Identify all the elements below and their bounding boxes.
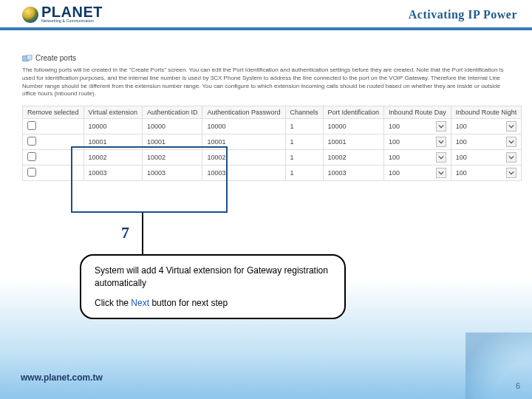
cell-night[interactable]: 100	[451, 166, 522, 181]
cell-authid: 10003	[142, 166, 202, 181]
ports-icon	[22, 55, 33, 62]
chevron-down-icon[interactable]	[436, 137, 446, 147]
col-remove: Remove selected	[23, 106, 84, 119]
section-title: Create ports	[35, 54, 76, 62]
col-night: Inbound Route Night	[451, 106, 522, 119]
brand-subtitle: Networking & Communication	[41, 18, 103, 23]
cell-authpw: 10002	[202, 150, 285, 166]
step-number: 7	[121, 223, 129, 242]
next-keyword: Next	[131, 298, 149, 308]
col-day: Inbound Route Day	[384, 106, 451, 119]
cell-night[interactable]: 100	[451, 134, 522, 150]
cell-day[interactable]: 100	[384, 134, 451, 150]
cell-authid: 10001	[142, 134, 202, 150]
cell-day[interactable]: 100	[384, 166, 451, 181]
cell-vext: 10000	[83, 119, 142, 134]
table-row: 100001000010000110000100100	[23, 119, 522, 134]
col-portid: Port Identification	[323, 106, 384, 119]
callout-line-1: System will add 4 Virtual extension for …	[95, 265, 331, 290]
cell-vext: 10002	[83, 150, 142, 166]
chevron-down-icon[interactable]	[506, 168, 516, 178]
cell-day[interactable]: 100	[384, 150, 451, 166]
chevron-down-icon[interactable]	[506, 137, 516, 147]
corner-accent	[466, 332, 532, 399]
globe-icon	[22, 7, 38, 23]
instruction-callout: System will add 4 Virtual extension for …	[80, 254, 346, 319]
page-number: 6	[516, 381, 520, 390]
chevron-down-icon[interactable]	[436, 152, 446, 163]
table-row: 100021000210002110002100100	[23, 150, 522, 166]
table-row: 100031000310003110003100100	[23, 166, 522, 181]
cell-channels: 1	[285, 134, 323, 150]
cell-night[interactable]: 100	[451, 119, 522, 134]
cell-portid: 10001	[323, 134, 384, 150]
chevron-down-icon[interactable]	[436, 121, 446, 132]
col-authid: Authentication ID	[142, 106, 202, 119]
content-area: Create ports The following ports will be…	[0, 30, 532, 181]
col-authpw: Authentication Password	[202, 106, 285, 119]
cell-day[interactable]: 100	[384, 119, 451, 134]
table-row: 100011000110001110001100100	[23, 134, 522, 150]
callout-line-2: Click the Next button for next step	[95, 297, 331, 310]
chevron-down-icon[interactable]	[506, 121, 516, 132]
cell-authid: 10000	[142, 119, 202, 134]
brand-logo: PLANET Networking & Communication	[22, 6, 103, 23]
cell-portid: 10002	[323, 150, 384, 166]
footer-url: www.planet.com.tw	[21, 372, 103, 383]
header-bar: PLANET Networking & Communication Activa…	[0, 0, 532, 30]
cell-authid: 10002	[142, 150, 202, 166]
ports-table: Remove selected Virtual extension Authen…	[22, 106, 522, 181]
cell-night[interactable]: 100	[451, 150, 522, 166]
chevron-down-icon[interactable]	[436, 168, 446, 178]
cell-authpw: 10000	[202, 119, 285, 134]
table-header-row: Remove selected Virtual extension Authen…	[23, 106, 522, 119]
cell-vext: 10003	[83, 166, 142, 181]
cell-channels: 1	[285, 150, 323, 166]
brand-name: PLANET	[41, 6, 103, 18]
svg-rect-1	[27, 55, 32, 60]
col-channels: Channels	[285, 106, 323, 119]
cell-authpw: 10001	[202, 134, 285, 150]
remove-checkbox[interactable]	[27, 152, 36, 161]
remove-checkbox[interactable]	[27, 137, 36, 146]
remove-checkbox[interactable]	[27, 121, 36, 130]
remove-checkbox[interactable]	[27, 168, 36, 177]
tagline: Activating IP Power	[409, 8, 517, 21]
cell-vext: 10001	[83, 134, 142, 150]
cell-channels: 1	[285, 166, 323, 181]
cell-channels: 1	[285, 119, 323, 134]
cell-portid: 10000	[323, 119, 384, 134]
section-title-row: Create ports	[22, 54, 510, 62]
cell-portid: 10003	[323, 166, 384, 181]
intro-text: The following ports will be created in t…	[22, 66, 510, 98]
cell-authpw: 10003	[202, 166, 285, 181]
col-vext: Virtual extension	[83, 106, 142, 119]
chevron-down-icon[interactable]	[506, 152, 516, 163]
